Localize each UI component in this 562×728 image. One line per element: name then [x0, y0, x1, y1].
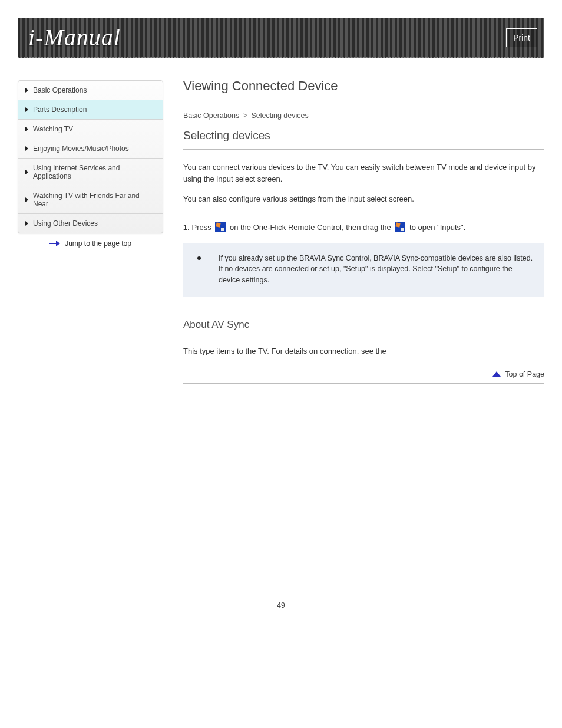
step-number: 1. — [183, 223, 190, 232]
chevron-right-icon — [25, 221, 28, 226]
section-heading: Selecting devices — [183, 124, 544, 150]
chevron-right-icon — [25, 127, 28, 131]
main-content: Viewing Connected Device Basic Operation… — [183, 80, 544, 395]
breadcrumb: Basic Operations > Selecting devices — [183, 111, 544, 120]
chevron-right-icon — [25, 146, 28, 151]
note-text: If you already set up the BRAVIA Sync Co… — [219, 254, 533, 285]
jump-to-top-label: Jump to the page top — [65, 239, 131, 248]
sidebar-item-basic-operations[interactable]: Basic Operations — [18, 81, 163, 100]
breadcrumb-separator: > — [243, 111, 247, 120]
chevron-right-icon — [25, 197, 28, 202]
sidebar-item-label: Using Internet Services and Applications — [33, 164, 156, 180]
jump-to-top-link[interactable]: Jump to the page top — [18, 233, 163, 248]
footer-divider: Top of Page — [183, 383, 544, 395]
sidebar-item-label: Watching TV with Friends Far and Near — [33, 192, 156, 208]
brand-logo: i-Manual — [28, 24, 121, 51]
bullet-icon — [197, 256, 201, 260]
sidebar-item-label: Using Other Devices — [33, 219, 98, 228]
step-list: 1. Press on the One-Flick Remote Control… — [183, 222, 544, 233]
sidebar-item-watching-with-friends[interactable]: Watching TV with Friends Far and Near — [18, 186, 163, 213]
breadcrumb-item[interactable]: Basic Operations — [183, 111, 239, 120]
sidebar-item-parts-description[interactable]: Parts Description — [18, 100, 163, 119]
page-number: 49 — [18, 601, 544, 610]
step-1: 1. Press on the One-Flick Remote Control… — [183, 222, 544, 233]
sidebar-item-label: Parts Description — [33, 106, 87, 114]
subsection-body: This type items to the TV. For details o… — [183, 345, 544, 357]
chevron-right-icon — [25, 88, 28, 93]
note-box: If you already set up the BRAVIA Sync Co… — [183, 243, 544, 297]
input-icon — [215, 222, 226, 232]
subsection-heading: About AV Sync — [183, 312, 544, 337]
step-text: to open "Inputs". — [409, 223, 465, 232]
header-bar: i-Manual Print — [18, 18, 544, 58]
chevron-up-icon — [492, 371, 501, 377]
sidebar-item-other-devices[interactable]: Using Other Devices — [18, 213, 163, 233]
sidebar-item-movies-music-photos[interactable]: Enjoying Movies/Music/Photos — [18, 139, 163, 158]
breadcrumb-item: Selecting devices — [251, 111, 308, 120]
step-text: on the One-Flick Remote Control, then dr… — [230, 223, 393, 232]
top-of-page-link[interactable]: Top of Page — [492, 370, 544, 378]
intro-paragraph-2: You can also configure various settings … — [183, 193, 544, 205]
chevron-right-icon — [25, 170, 28, 174]
print-button[interactable]: Print — [506, 28, 537, 47]
top-of-page-label: Top of Page — [505, 370, 544, 378]
arrow-right-icon — [49, 241, 60, 246]
sidebar-item-internet-services[interactable]: Using Internet Services and Applications — [18, 158, 163, 186]
sidebar-item-label: Enjoying Movies/Music/Photos — [33, 144, 129, 153]
sidebar-item-watching-tv[interactable]: Watching TV — [18, 119, 163, 139]
sidebar-list: Basic Operations Parts Description Watch… — [18, 80, 163, 233]
sidebar: Basic Operations Parts Description Watch… — [18, 80, 163, 395]
input-icon — [395, 222, 405, 232]
step-text: Press — [191, 223, 213, 232]
page-title: Viewing Connected Device — [183, 78, 544, 94]
intro-paragraph-1: You can connect various devices to the T… — [183, 162, 544, 185]
sidebar-item-label: Watching TV — [33, 125, 73, 133]
sidebar-item-label: Basic Operations — [33, 86, 87, 94]
chevron-right-icon — [25, 107, 28, 112]
